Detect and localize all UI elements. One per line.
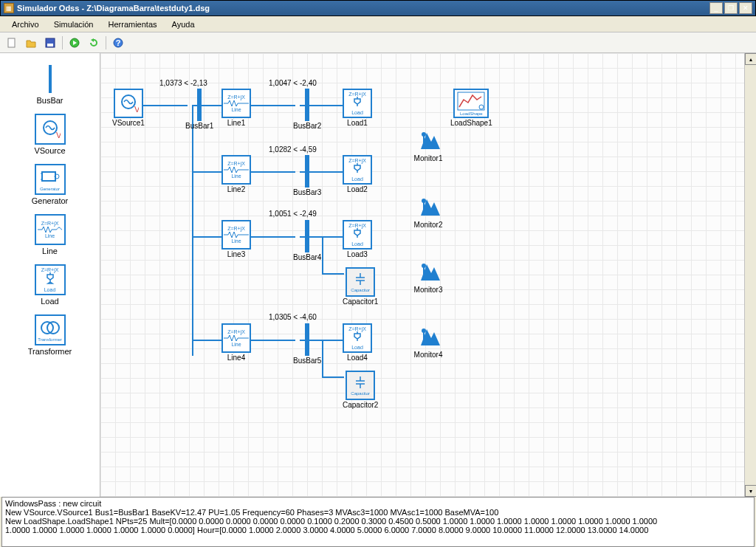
node-busbar5[interactable]: BusBar5 (293, 323, 321, 365)
transformer-icon: Transformer (35, 314, 66, 345)
run-icon[interactable] (67, 35, 82, 50)
titlebar: ▦ Simulador Odss - Z:\DiagramaBarra\test… (0, 0, 756, 16)
node-monitor1[interactable]: Monitor1 (413, 127, 443, 162)
node-busbar1[interactable]: BusBar1 (185, 89, 213, 130)
node-monitor3[interactable]: Monitor3 (413, 258, 443, 294)
toolbar-separator (62, 36, 63, 49)
wire (322, 273, 344, 275)
voltage-label: 1,0047 < -2,40 (269, 79, 317, 87)
palette-busbar[interactable]: BusBar (0, 59, 100, 109)
scroll-up-icon[interactable]: ▴ (745, 53, 756, 65)
node-busbar3[interactable]: BusBar3 (293, 155, 321, 196)
wire (192, 340, 221, 341)
svg-rect-16 (458, 92, 484, 110)
node-vsource1[interactable]: V VSource1 (112, 89, 145, 127)
minimize-button[interactable]: _ (709, 2, 723, 14)
scroll-down-icon[interactable]: ▾ (745, 485, 756, 497)
node-line1[interactable]: Z=R+jXLine Line1 (221, 89, 251, 127)
voltage-label: 1,0373 < -2,13 (159, 79, 207, 87)
voltage-label: 1,0051 < -2,49 (269, 210, 317, 218)
wire (251, 340, 295, 341)
svg-text:V: V (56, 131, 61, 140)
wire (251, 236, 295, 238)
toolbar: ? (0, 32, 756, 53)
palette-load[interactable]: Z=R+jXLoad Load (0, 260, 100, 310)
console-line: New LoadShape.LoadShape1 NPts=25 Mult=[0… (5, 517, 751, 526)
node-line4[interactable]: Z=R+jXLine Line4 (221, 323, 251, 362)
svg-text:?: ? (116, 38, 121, 47)
open-file-icon[interactable] (24, 35, 38, 50)
menu-tools[interactable]: Herramientas (101, 18, 165, 30)
node-loadshape1[interactable]: LoadShape LoadShape1 (450, 89, 492, 127)
wire (251, 171, 295, 173)
node-load2[interactable]: Z=R+jXLoad Load2 (343, 155, 372, 193)
canvas-scrollbar[interactable]: ▴ ▾ (744, 53, 756, 497)
node-load3[interactable]: Z=R+jXLoad Load3 (343, 220, 372, 258)
load-icon: Z=R+jXLoad (35, 264, 66, 295)
node-capacitor1[interactable]: Capacitor Capacitor1 (343, 267, 378, 306)
menu-file[interactable]: Archivo (4, 18, 47, 30)
diagram-canvas[interactable]: 1,0373 < -2,13 1,0047 < -2,40 1,0282 < -… (100, 53, 756, 497)
close-button[interactable]: ✕ (739, 2, 752, 14)
busbar-icon (35, 63, 66, 94)
app-icon: ▦ (4, 3, 14, 13)
svg-text:V: V (134, 105, 139, 114)
svg-rect-8 (42, 172, 55, 181)
node-busbar2[interactable]: BusBar2 (293, 89, 321, 130)
vsource-icon: V (35, 114, 66, 145)
node-load1[interactable]: Z=R+jXLoad Load1 (343, 89, 372, 127)
palette-vsource[interactable]: V VSource (0, 109, 100, 159)
menu-simulation[interactable]: Simulación (47, 18, 101, 30)
voltage-label: 1,0305 < -4,60 (269, 313, 317, 321)
line-icon: Z=R+jXLine (35, 214, 66, 245)
maximize-button[interactable]: ❐ (724, 2, 738, 14)
node-busbar4[interactable]: BusBar4 (293, 220, 321, 261)
wire (251, 105, 295, 106)
node-capacitor2[interactable]: Capacitor Capacitor2 (343, 371, 378, 409)
wire (192, 171, 221, 173)
wire (142, 105, 188, 106)
new-file-icon[interactable] (4, 35, 19, 50)
svg-rect-0 (8, 38, 15, 47)
voltage-label: 1,0282 < -4,59 (269, 145, 317, 154)
node-monitor2[interactable]: Monitor2 (413, 193, 443, 229)
monitor-icon (413, 127, 443, 154)
monitor-icon (413, 323, 443, 350)
wire (322, 236, 323, 273)
palette-generator[interactable]: Generator Generator (0, 159, 100, 210)
node-load4[interactable]: Z=R+jXLoad Load4 (343, 323, 372, 362)
console-line: WindowsPass : new circuit (5, 499, 751, 508)
wire (322, 340, 323, 376)
wire (192, 236, 221, 238)
node-line2[interactable]: Z=R+jXLine Line2 (221, 155, 251, 193)
palette-transformer[interactable]: Transformer Transformer (0, 310, 100, 360)
console-line: New VSource.VSource1 Bus1=BusBar1 BaseKV… (5, 508, 751, 517)
monitor-icon (413, 258, 443, 285)
palette-line[interactable]: Z=R+jXLine Line (0, 210, 100, 260)
save-icon[interactable] (43, 35, 58, 50)
window-title: Simulador Odss - Z:\DiagramaBarra\testdu… (17, 4, 709, 13)
wire (322, 376, 344, 378)
wire (192, 105, 193, 356)
component-palette: BusBar V VSource Generator Generator Z=R… (0, 53, 100, 497)
menubar: Archivo Simulación Herramientas Ayuda (0, 16, 756, 32)
console-line: 1.0000 1.0000 1.0000 1.0000 1.0000 1.000… (5, 526, 751, 534)
node-line3[interactable]: Z=R+jXLine Line3 (221, 220, 251, 258)
node-monitor4[interactable]: Monitor4 (413, 323, 443, 359)
toolbar-separator (106, 36, 106, 49)
output-console[interactable]: WindowsPass : new circuit New VSource.VS… (1, 497, 755, 547)
monitor-icon (413, 193, 443, 220)
help-icon[interactable]: ? (111, 35, 126, 50)
generator-icon: Generator (35, 164, 66, 195)
menu-help[interactable]: Ayuda (165, 18, 202, 30)
svg-rect-2 (47, 44, 53, 47)
refresh-icon[interactable] (86, 35, 101, 50)
